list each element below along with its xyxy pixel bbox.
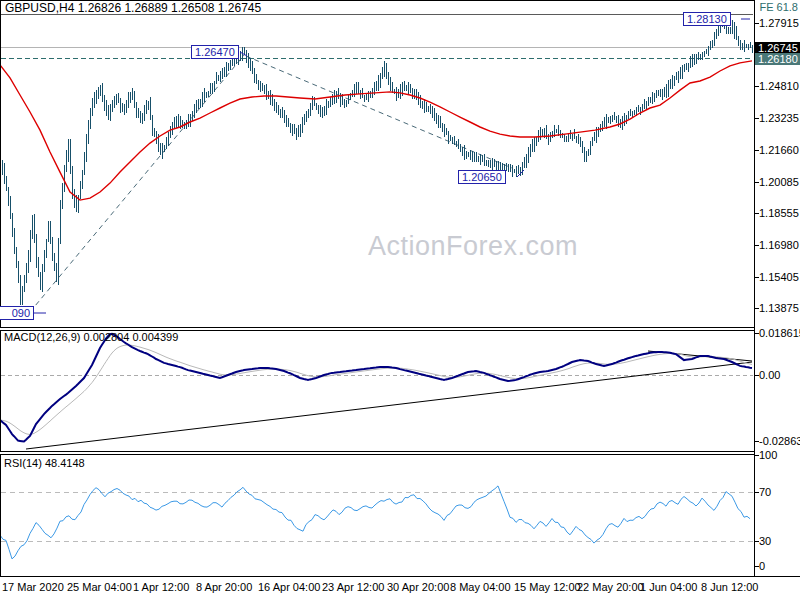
time-tick-label: 23 Apr 12:00 bbox=[322, 581, 384, 593]
price-tick-label: 1.23235 bbox=[759, 112, 799, 124]
macd-main-line bbox=[0, 334, 752, 442]
time-axis[interactable]: 17 Mar 202025 Mar 04:001 Apr 12:008 Apr … bbox=[0, 577, 800, 600]
rsi-tick-label: 100 bbox=[759, 449, 777, 461]
macd-tick-label: 0.018615 bbox=[759, 327, 800, 339]
price-annotation-box[interactable]: 1.20650 bbox=[458, 170, 506, 184]
rsi-tick-label: 0 bbox=[759, 560, 765, 572]
macd-tick-label: -0.028631 bbox=[759, 435, 800, 447]
time-tick-label: 16 Apr 04:00 bbox=[258, 581, 320, 593]
price-tick-label: 1.21660 bbox=[759, 144, 799, 156]
price-tick-label: 1.15405 bbox=[759, 271, 799, 283]
support-price-tag: 1.26180 bbox=[755, 53, 800, 65]
time-tick-label: 8 Apr 20:00 bbox=[196, 581, 252, 593]
price-tick-label: 1.13875 bbox=[759, 302, 799, 314]
price-annotation-box[interactable]: 1.26470 bbox=[191, 45, 239, 59]
price-bars bbox=[3, 16, 753, 305]
rsi-axis[interactable]: 10070300 bbox=[754, 448, 800, 578]
price-tick-label: 1.24810 bbox=[759, 80, 799, 92]
price-tick-label: 1.16980 bbox=[759, 239, 799, 251]
time-tick-label: 25 Mar 04:00 bbox=[67, 581, 132, 593]
time-tick-label: 8 May 04:00 bbox=[450, 581, 511, 593]
price-tick-label: 1.27915 bbox=[759, 17, 799, 29]
macd-panel-border bbox=[1, 331, 755, 452]
time-tick-label: 22 May 20:00 bbox=[577, 581, 644, 593]
time-tick-label: 1 Jun 04:00 bbox=[640, 581, 698, 593]
time-tick-label: 8 Jun 12:00 bbox=[701, 581, 759, 593]
price-tick-label: 1.18555 bbox=[759, 207, 799, 219]
rsi-indicator-label: RSI(14) 48.4148 bbox=[4, 457, 85, 469]
time-tick-label: 30 Apr 20:00 bbox=[387, 581, 449, 593]
chart-canvas[interactable] bbox=[0, 0, 800, 600]
time-tick-label: 15 May 12:00 bbox=[514, 581, 581, 593]
rsi-panel-border bbox=[1, 455, 755, 577]
price-annotation-box[interactable]: 1.28130 bbox=[683, 12, 731, 26]
price-tick-label: 1.20085 bbox=[759, 176, 799, 188]
rsi-tick-label: 30 bbox=[759, 535, 771, 547]
main-panel-border bbox=[1, 1, 755, 328]
macd-indicator-label: MACD(12,26,9) 0.002804 0.004399 bbox=[4, 331, 178, 343]
time-tick-label: 17 Mar 2020 bbox=[2, 581, 64, 593]
rsi-tick-label: 70 bbox=[759, 486, 771, 498]
rsi-line bbox=[0, 486, 750, 559]
price-trendline-1[interactable] bbox=[246, 56, 512, 168]
mt4-chart-window: ActionForex.com GBPUSD,H4 1.26826 1.2688… bbox=[0, 0, 800, 600]
price-annotation-box[interactable]: 090 bbox=[0, 306, 34, 320]
chart-title: GBPUSD,H4 1.26826 1.26889 1.26508 1.2674… bbox=[5, 1, 261, 15]
macd-tick-label: 0.00 bbox=[759, 369, 780, 381]
macd-axis[interactable]: 0.0186150.00-0.028631 bbox=[754, 326, 800, 452]
macd-signal-line bbox=[0, 345, 752, 434]
time-tick-label: 1 Apr 12:00 bbox=[133, 581, 189, 593]
